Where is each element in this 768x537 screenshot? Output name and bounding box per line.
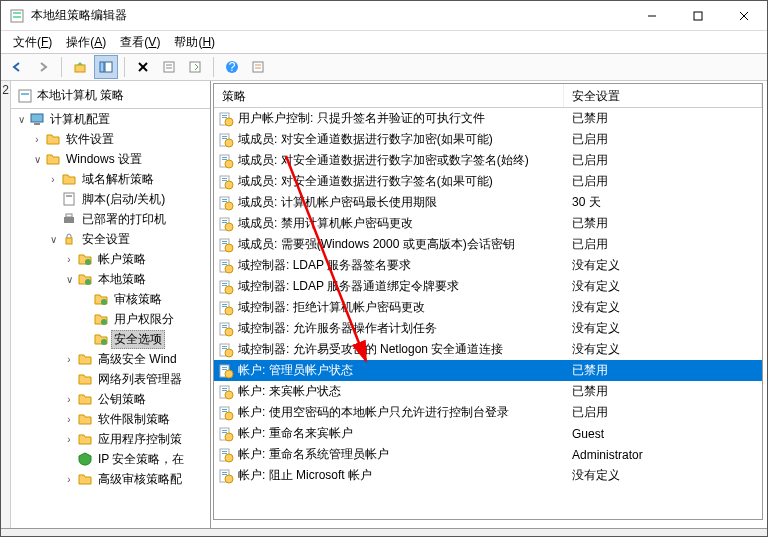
tree-node-public-key[interactable]: ›公钥策略 — [63, 389, 210, 409]
menu-view[interactable]: 查看(V) — [114, 32, 166, 53]
svg-rect-105 — [222, 474, 227, 475]
tree-node-scripts[interactable]: 脚本(启动/关机) — [47, 189, 210, 209]
column-policy[interactable]: 策略 — [214, 84, 564, 107]
tree-header[interactable]: 本地计算机 策略 — [11, 83, 210, 109]
twisty-collapsed-icon[interactable]: › — [63, 474, 75, 485]
svg-rect-27 — [64, 217, 74, 223]
toolbar-separator — [213, 57, 214, 77]
svg-point-30 — [85, 259, 91, 265]
export-button[interactable] — [183, 55, 207, 79]
tree: ∨计算机配置 ›软件设置 ∨Windows 设置 ›域名解析策略 脚本(启动/关… — [11, 109, 210, 489]
help-button[interactable]: ? — [220, 55, 244, 79]
properties-button[interactable] — [157, 55, 181, 79]
twisty-collapsed-icon[interactable]: › — [47, 174, 59, 185]
back-button[interactable] — [5, 55, 29, 79]
policy-row[interactable]: 域成员: 对安全通道数据进行数字加密(如果可能)已启用 — [214, 129, 762, 150]
policy-item-icon — [218, 174, 234, 190]
svg-point-31 — [85, 279, 91, 285]
tree-node-user-rights[interactable]: 用户权限分 — [79, 309, 210, 329]
maximize-button[interactable] — [675, 1, 721, 31]
tree-node-security[interactable]: ∨安全设置 — [47, 229, 210, 249]
svg-rect-25 — [64, 193, 74, 205]
policy-row[interactable]: 帐户: 重命名来宾帐户Guest — [214, 423, 762, 444]
up-button[interactable] — [68, 55, 92, 79]
svg-rect-8 — [100, 62, 104, 72]
svg-rect-53 — [222, 201, 227, 202]
policy-name: 帐户: 重命名来宾帐户 — [238, 425, 568, 442]
twisty-expanded-icon[interactable]: ∨ — [15, 114, 27, 125]
minimize-button[interactable] — [629, 1, 675, 31]
tree-panel[interactable]: 本地计算机 策略 ∨计算机配置 ›软件设置 ∨Windows 设置 ›域名解析策… — [11, 81, 211, 528]
tree-node-adv-audit[interactable]: ›高级审核策略配 — [63, 469, 210, 489]
policy-row[interactable]: 域成员: 禁用计算机帐户密码更改已禁用 — [214, 213, 762, 234]
tree-node-windows[interactable]: ∨Windows 设置 — [31, 149, 210, 169]
policy-folder-icon — [93, 311, 109, 327]
policy-row[interactable]: 域控制器: LDAP 服务器通道绑定令牌要求没有定义 — [214, 276, 762, 297]
policy-row[interactable]: 域控制器: 允许易受攻击的 Netlogon 安全通道连接没有定义 — [214, 339, 762, 360]
twisty-expanded-icon[interactable]: ∨ — [31, 154, 43, 165]
svg-rect-40 — [222, 136, 227, 137]
window-title: 本地组策略编辑器 — [31, 7, 629, 24]
policy-row[interactable]: 域成员: 对安全通道数据进行数字签名(如果可能)已启用 — [214, 171, 762, 192]
policy-row[interactable]: 域控制器: 允许服务器操作者计划任务没有定义 — [214, 318, 762, 339]
twisty-collapsed-icon[interactable]: › — [63, 354, 75, 365]
twisty-collapsed-icon[interactable]: › — [63, 414, 75, 425]
svg-rect-22 — [21, 93, 29, 95]
twisty-collapsed-icon[interactable]: › — [63, 434, 75, 445]
forward-button[interactable] — [31, 55, 55, 79]
policy-item-icon — [218, 426, 234, 442]
app-window: 本地组策略编辑器 文件(F) 操作(A) 查看(V) 帮助(H) ? 2 本地计… — [0, 0, 768, 537]
policy-row[interactable]: 帐户: 来宾帐户状态已禁用 — [214, 381, 762, 402]
column-setting[interactable]: 安全设置 — [564, 84, 762, 107]
policy-row[interactable]: 帐户: 使用空密码的本地帐户只允许进行控制台登录已启用 — [214, 402, 762, 423]
policy-row[interactable]: 域控制器: 拒绝计算机帐户密码更改没有定义 — [214, 297, 762, 318]
tree-node-firewall[interactable]: ›高级安全 Wind — [63, 349, 210, 369]
tree-node-account-policies[interactable]: ›帐户策略 — [63, 249, 210, 269]
tree-node-audit[interactable]: 审核策略 — [79, 289, 210, 309]
tree-node-computer-config[interactable]: ∨计算机配置 — [15, 109, 210, 129]
menu-help[interactable]: 帮助(H) — [168, 32, 221, 53]
delete-button[interactable] — [131, 55, 155, 79]
tree-node-software-restriction[interactable]: ›软件限制策略 — [63, 409, 210, 429]
menu-file[interactable]: 文件(F) — [7, 32, 58, 53]
tree-node-security-options[interactable]: 安全选项 — [79, 329, 210, 349]
twisty-expanded-icon[interactable]: ∨ — [63, 274, 75, 285]
twisty-collapsed-icon[interactable]: › — [63, 254, 75, 265]
policy-row[interactable]: 域控制器: LDAP 服务器签名要求没有定义 — [214, 255, 762, 276]
twisty-collapsed-icon[interactable]: › — [31, 134, 43, 145]
list-body[interactable]: 用户帐户控制: 只提升签名并验证的可执行文件已禁用域成员: 对安全通道数据进行数… — [214, 108, 762, 519]
policy-row[interactable]: 帐户: 重命名系统管理员帐户Administrator — [214, 444, 762, 465]
svg-point-82 — [225, 349, 233, 357]
tree-node-app-control[interactable]: ›应用程序控制策 — [63, 429, 210, 449]
tree-node-printers[interactable]: 已部署的打印机 — [47, 209, 210, 229]
tree-node-software[interactable]: ›软件设置 — [31, 129, 210, 149]
twisty-collapsed-icon[interactable]: › — [63, 394, 75, 405]
show-hide-tree-button[interactable] — [94, 55, 118, 79]
tree-node-network-list[interactable]: 网络列表管理器 — [63, 369, 210, 389]
svg-rect-76 — [222, 325, 227, 326]
svg-point-70 — [225, 286, 233, 294]
folder-icon — [77, 391, 93, 407]
svg-rect-1 — [13, 12, 21, 14]
twisty-expanded-icon[interactable]: ∨ — [47, 234, 59, 245]
policy-row[interactable]: 帐户: 管理员帐户状态已禁用 — [214, 360, 762, 381]
policy-name: 域成员: 需要强(Windows 2000 或更高版本)会话密钥 — [238, 236, 568, 253]
policy-row[interactable]: 域成员: 对安全通道数据进行数字加密或数字签名(始终)已启用 — [214, 150, 762, 171]
tree-node-ipsec[interactable]: IP 安全策略，在 — [63, 449, 210, 469]
svg-rect-48 — [222, 178, 227, 179]
svg-rect-60 — [222, 241, 227, 242]
menu-action[interactable]: 操作(A) — [60, 32, 112, 53]
svg-rect-4 — [694, 12, 702, 20]
policy-row[interactable]: 域成员: 计算机帐户密码最长使用期限30 天 — [214, 192, 762, 213]
svg-point-94 — [225, 412, 233, 420]
policy-row[interactable]: 帐户: 阻止 Microsoft 帐户没有定义 — [214, 465, 762, 486]
tree-node-dns[interactable]: ›域名解析策略 — [47, 169, 210, 189]
close-button[interactable] — [721, 1, 767, 31]
policy-row[interactable]: 用户帐户控制: 只提升签名并验证的可执行文件已禁用 — [214, 108, 762, 129]
policy-value: 没有定义 — [568, 320, 762, 337]
tree-node-local-policies[interactable]: ∨本地策略 — [63, 269, 210, 289]
svg-rect-92 — [222, 409, 227, 410]
refresh-button[interactable] — [246, 55, 270, 79]
policy-row[interactable]: 域成员: 需要强(Windows 2000 或更高版本)会话密钥已启用 — [214, 234, 762, 255]
policy-item-icon — [218, 258, 234, 274]
